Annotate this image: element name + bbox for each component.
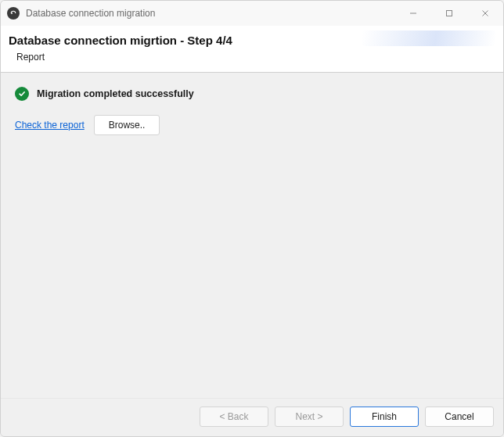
next-button: Next >	[275, 407, 344, 427]
wizard-header: Database connection migrtion - Step 4/4 …	[1, 26, 503, 73]
header-gradient	[362, 30, 495, 46]
finish-button[interactable]: Finish	[350, 407, 419, 427]
window-title: Database connection migration	[26, 8, 395, 19]
app-icon	[7, 7, 20, 20]
status-message: Migration completed successfully	[37, 88, 194, 99]
success-icon	[15, 87, 29, 101]
window-controls	[395, 1, 503, 26]
status-row: Migration completed successfully	[15, 87, 489, 101]
titlebar: Database connection migration	[1, 1, 503, 26]
content-area: Migration completed successfully Check t…	[1, 73, 503, 398]
svg-point-1	[11, 13, 13, 14]
action-row: Check the report Browse..	[15, 115, 489, 135]
cancel-button[interactable]: Cancel	[425, 407, 494, 427]
maximize-button[interactable]	[431, 1, 467, 26]
svg-rect-3	[447, 11, 452, 16]
minimize-button[interactable]	[395, 1, 431, 26]
browse-button[interactable]: Browse..	[94, 115, 160, 135]
page-subtitle: Report	[9, 52, 495, 63]
close-button[interactable]	[467, 1, 503, 26]
back-button: < Back	[200, 407, 268, 427]
wizard-footer: < Back Next > Finish Cancel	[1, 398, 503, 436]
check-report-link[interactable]: Check the report	[15, 120, 85, 131]
